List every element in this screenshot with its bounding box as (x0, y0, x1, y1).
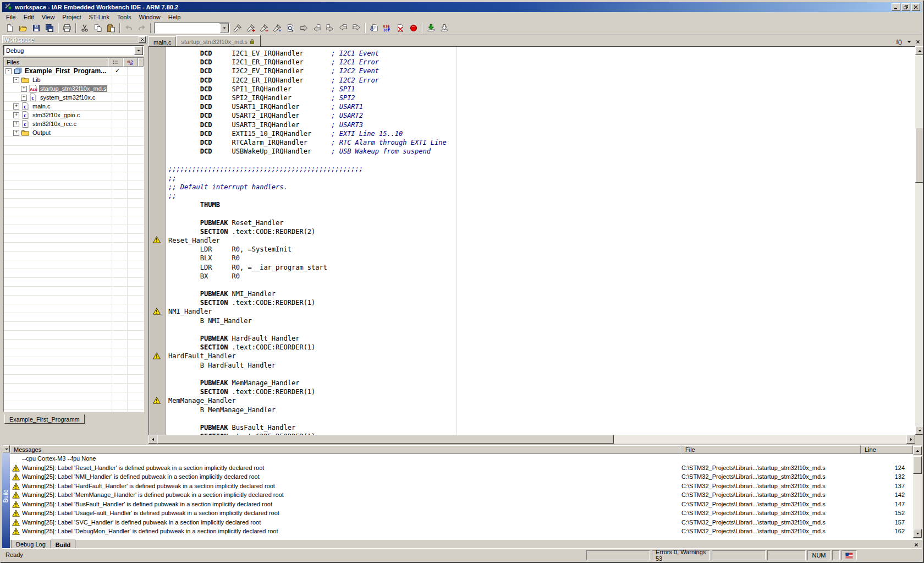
download-and-debug-button[interactable] (425, 22, 438, 34)
find-previous-button[interactable] (257, 22, 271, 34)
menu-tools[interactable]: Tools (113, 13, 135, 21)
compile-button[interactable] (367, 22, 381, 34)
code-line[interactable]: ;; (168, 174, 447, 183)
expand-icon[interactable]: + (13, 112, 19, 118)
tree-row-startup-stm32f10x-md-s[interactable]: +Asmstartup_stm32f10x_md.s (4, 84, 144, 93)
code-line[interactable] (168, 325, 447, 334)
line-column-header[interactable]: Line (861, 445, 913, 454)
expand-icon[interactable]: + (13, 121, 19, 127)
file-column-header[interactable]: File (681, 445, 861, 454)
code-line[interactable]: BLX R0 (168, 254, 447, 263)
tree-row-system-stm32f10x-c[interactable]: +csystem_stm32f10x.c (4, 93, 144, 102)
print-button[interactable] (61, 22, 74, 34)
code-line[interactable]: SECTION .text:CODE:REORDER(2) (168, 227, 447, 236)
expand-icon[interactable]: + (21, 95, 27, 101)
horizontal-scroll-thumb[interactable] (157, 435, 614, 444)
code-line[interactable]: PUBWEAK MemManage_Handler (168, 379, 447, 387)
language-flag-icon[interactable] (845, 552, 854, 559)
code-line[interactable]: DCD SPI2_IRQHandler ; SPI2 (168, 94, 447, 102)
code-line[interactable]: DCD USART3_IRQHandler ; USART3 (168, 121, 447, 129)
code-line[interactable]: DCD I2C1_EV_IRQHandler ; I2C1 Event (168, 49, 447, 58)
message-row[interactable]: Warning[25]: Label 'UsageFault_Handler' … (10, 509, 913, 518)
code-line[interactable]: MemManage_Handler (168, 396, 447, 405)
code-line[interactable]: NMI_Handler (168, 307, 447, 316)
tree-label[interactable]: startup_stm32f10x_md.s (39, 85, 107, 92)
tree-label[interactable]: Output (31, 129, 52, 136)
code-line[interactable]: Reset_Handler (168, 236, 447, 245)
goto-button[interactable] (284, 22, 297, 34)
code-line[interactable]: ;;;;;;;;;;;;;;;;;;;;;;;;;;;;;;;;;;;;;;;;… (168, 165, 447, 173)
vertical-scroll-thumb[interactable] (915, 128, 924, 183)
editor-content[interactable]: DCD I2C1_EV_IRQHandler ; I2C1 Event DCD … (148, 46, 915, 435)
editor-close-button[interactable] (915, 39, 921, 45)
redo-button[interactable] (135, 22, 148, 34)
quick-search-combobox[interactable] (154, 23, 230, 34)
toggle-bookmark-button[interactable] (297, 22, 310, 34)
code-line[interactable]: SECTION .text:CODE:REORDER(1) (168, 387, 447, 396)
save-button[interactable] (30, 22, 43, 34)
code-line[interactable]: PUBWEAK NMI_Handler (168, 289, 447, 298)
tree-label[interactable]: main.c (31, 103, 51, 110)
code-line[interactable]: SECTION .text:CODE:REORDER(1) (168, 298, 447, 307)
code-line[interactable]: PUBWEAK BusFault_Handler (168, 423, 447, 432)
editor-gutter[interactable] (149, 47, 166, 435)
close-button[interactable] (911, 3, 920, 11)
make-button[interactable]: 010101 (381, 22, 394, 34)
minimize-button[interactable] (892, 3, 900, 11)
code-line[interactable]: LDR R0, =SystemInit (168, 245, 447, 254)
code-line[interactable]: B NMI_Handler (168, 316, 447, 325)
code-line[interactable] (168, 370, 447, 379)
save-all-button[interactable] (43, 22, 56, 34)
code-line[interactable]: DCD I2C2_EV_IRQHandler ; I2C2 Event (168, 67, 447, 75)
messages-scroll-up-button[interactable] (913, 446, 922, 455)
copy-button[interactable] (91, 22, 105, 34)
code-line[interactable] (168, 281, 447, 289)
message-row[interactable]: Warning[25]: Label 'BusFault_Handler' is… (10, 500, 913, 509)
tree-label[interactable]: system_stm32f10x.c (39, 94, 96, 101)
find-next-button[interactable] (244, 22, 257, 34)
code-line[interactable]: ;; Default interrupt handlers. (168, 183, 447, 192)
code-line[interactable]: DCD SPI1_IRQHandler ; SPI1 (168, 85, 447, 94)
menu-help[interactable]: Help (164, 13, 185, 21)
code-line[interactable]: DCD I2C2_ER_IRQHandler ; I2C2 Error (168, 76, 447, 85)
code-line[interactable] (168, 414, 447, 423)
collapse-icon[interactable]: - (13, 77, 19, 83)
expand-icon[interactable]: + (21, 86, 27, 92)
scroll-down-button[interactable] (915, 426, 924, 435)
next-bookmark-button[interactable] (323, 22, 337, 34)
navigate-backward-button[interactable] (337, 22, 350, 34)
new-document-button[interactable] (3, 22, 16, 34)
code-line[interactable]: DCD USART1_IRQHandler ; USART1 (168, 102, 447, 111)
menu-stlink[interactable]: ST-Link (85, 13, 113, 21)
tree-row-stm32f10x-gpio-c[interactable]: +cstm32f10x_gpio.c (4, 111, 144, 119)
open-folder-button[interactable] (16, 22, 30, 34)
tree-label[interactable]: Example_First_Program... (24, 67, 107, 75)
code-line[interactable] (168, 209, 447, 218)
tree-row-stm32f10x-rcc-c[interactable]: +cstm32f10x_rcc.c (4, 119, 144, 128)
editor-horizontal-scrollbar[interactable] (148, 435, 915, 444)
files-build-column-icon[interactable]: 0110 (123, 58, 138, 67)
tree-row-lib[interactable]: -Lib (4, 75, 144, 84)
tree-label[interactable]: stm32f10x_gpio.c (31, 112, 81, 118)
code-line[interactable]: DCD RTCAlarm_IRQHandler ; RTC Alarm thro… (168, 138, 447, 147)
code-line[interactable]: SECTION .text:CODE:REORDER(1) (168, 343, 447, 352)
undo-button[interactable] (122, 22, 135, 34)
quick-search-dropdown-button[interactable] (220, 24, 229, 32)
files-options-icon[interactable] (108, 58, 123, 67)
message-row[interactable]: --cpu Cortex-M3 --fpu None (10, 454, 913, 463)
tab-list-dropdown-button[interactable] (906, 39, 912, 45)
message-row[interactable]: Warning[25]: Label 'SVC_Handler' is defi… (10, 518, 913, 527)
code-line[interactable]: LDR R0, =__iar_program_start (168, 263, 447, 272)
tree-row-output[interactable]: +Output (4, 128, 144, 137)
expand-icon[interactable]: + (13, 130, 19, 136)
build-panel-close-button[interactable] (3, 445, 10, 452)
debug-without-downloading-button[interactable] (438, 22, 451, 34)
menu-window[interactable]: Window (135, 13, 164, 21)
toggle-breakpoint-button[interactable] (407, 22, 420, 34)
code-line[interactable]: BX R0 (168, 272, 447, 281)
restore-button[interactable] (901, 3, 910, 11)
build-tabbar-close-button[interactable] (912, 541, 920, 548)
code-line[interactable]: DCD USART2_IRQHandler ; USART2 (168, 111, 447, 120)
tree-row-main-c[interactable]: +cmain.c (4, 102, 144, 111)
message-row[interactable]: Warning[25]: Label 'DebugMon_Handler' is… (10, 527, 913, 536)
